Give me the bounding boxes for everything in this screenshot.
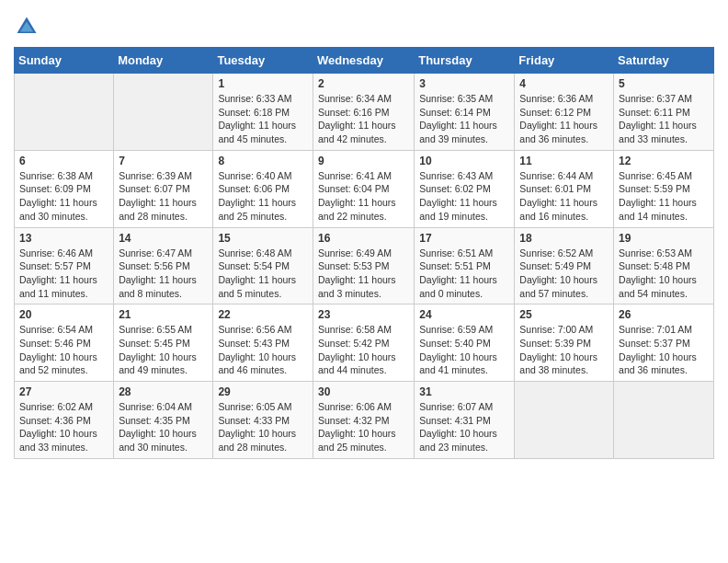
calendar-cell: 31Sunrise: 6:07 AMSunset: 4:31 PMDayligh…: [415, 382, 515, 459]
day-number: 4: [519, 77, 609, 90]
day-info: Sunrise: 6:34 AMSunset: 6:16 PMDaylight:…: [318, 92, 409, 146]
weekday-header: Sunday: [15, 48, 114, 74]
day-number: 25: [519, 308, 609, 321]
calendar-cell: 5Sunrise: 6:37 AMSunset: 6:11 PMDaylight…: [614, 74, 714, 151]
day-info: Sunrise: 7:01 AMSunset: 5:37 PMDaylight:…: [619, 323, 709, 377]
day-info: Sunrise: 6:45 AMSunset: 5:59 PMDaylight:…: [619, 169, 709, 224]
calendar-cell: 1Sunrise: 6:33 AMSunset: 6:18 PMDaylight…: [213, 74, 313, 151]
sunrise: Sunrise: 6:43 AM: [419, 170, 493, 181]
day-number: 20: [19, 308, 108, 321]
day-number: 14: [119, 232, 208, 245]
calendar-cell: 23Sunrise: 6:58 AMSunset: 5:42 PMDayligh…: [313, 304, 414, 382]
sunrise: Sunrise: 6:48 AM: [218, 247, 291, 259]
day-number: 21: [119, 308, 208, 321]
day-number: 10: [419, 155, 509, 167]
sunset: Sunset: 5:56 PM: [119, 260, 190, 271]
day-info: Sunrise: 6:43 AMSunset: 6:02 PMDaylight:…: [419, 169, 509, 224]
day-number: 28: [119, 385, 208, 398]
calendar-cell: 16Sunrise: 6:49 AMSunset: 5:53 PMDayligh…: [313, 227, 414, 304]
sunset: Sunset: 6:12 PM: [519, 107, 591, 118]
calendar-cell: 28Sunrise: 6:04 AMSunset: 4:35 PMDayligh…: [114, 382, 213, 459]
sunset: Sunset: 5:43 PM: [218, 338, 290, 349]
calendar-week-row: 20Sunrise: 6:54 AMSunset: 5:46 PMDayligh…: [15, 304, 714, 382]
calendar-cell: 19Sunrise: 6:53 AMSunset: 5:48 PMDayligh…: [614, 227, 714, 304]
day-info: Sunrise: 6:06 AMSunset: 4:32 PMDaylight:…: [318, 400, 409, 454]
sunrise: Sunrise: 6:04 AM: [119, 401, 192, 412]
daylight: Daylight: 11 hours and 0 minutes.: [419, 274, 497, 299]
sunrise: Sunrise: 6:45 AM: [619, 170, 692, 181]
daylight: Daylight: 11 hours and 39 minutes.: [419, 120, 497, 144]
calendar-cell: 26Sunrise: 7:01 AMSunset: 5:37 PMDayligh…: [614, 304, 714, 382]
calendar-cell: [114, 74, 213, 151]
daylight: Daylight: 11 hours and 45 minutes.: [218, 120, 296, 144]
sunrise: Sunrise: 6:38 AM: [19, 170, 93, 181]
sunset: Sunset: 6:16 PM: [318, 107, 390, 118]
day-info: Sunrise: 6:51 AMSunset: 5:51 PMDaylight:…: [419, 247, 509, 301]
sunset: Sunset: 5:59 PM: [619, 183, 690, 194]
sunrise: Sunrise: 6:07 AM: [419, 401, 493, 412]
calendar-cell: [15, 74, 114, 151]
calendar-cell: 7Sunrise: 6:39 AMSunset: 6:07 PMDaylight…: [114, 150, 213, 227]
sunset: Sunset: 5:49 PM: [519, 260, 591, 271]
day-number: 7: [119, 155, 208, 167]
weekday-header: Friday: [515, 48, 614, 74]
day-number: 1: [218, 77, 308, 90]
sunset: Sunset: 4:35 PM: [119, 415, 190, 426]
sunrise: Sunrise: 6:56 AM: [218, 324, 291, 335]
sunset: Sunset: 5:37 PM: [619, 338, 690, 349]
daylight: Daylight: 10 hours and 25 minutes.: [318, 428, 396, 453]
day-info: Sunrise: 6:49 AMSunset: 5:53 PMDaylight:…: [318, 247, 409, 301]
sunrise: Sunrise: 7:00 AM: [519, 324, 593, 335]
day-info: Sunrise: 7:00 AMSunset: 5:39 PMDaylight:…: [519, 323, 609, 377]
daylight: Daylight: 11 hours and 33 minutes.: [619, 120, 697, 144]
daylight: Daylight: 10 hours and 52 minutes.: [19, 351, 97, 376]
day-number: 24: [419, 308, 509, 321]
calendar-cell: 12Sunrise: 6:45 AMSunset: 5:59 PMDayligh…: [614, 150, 714, 227]
daylight: Daylight: 10 hours and 46 minutes.: [218, 351, 296, 376]
day-info: Sunrise: 6:36 AMSunset: 6:12 PMDaylight:…: [519, 92, 609, 146]
daylight: Daylight: 10 hours and 33 minutes.: [19, 428, 97, 453]
logo: [14, 14, 43, 40]
day-info: Sunrise: 6:53 AMSunset: 5:48 PMDaylight:…: [619, 247, 709, 301]
day-number: 5: [619, 77, 709, 90]
sunset: Sunset: 6:14 PM: [419, 107, 491, 118]
day-info: Sunrise: 6:37 AMSunset: 6:11 PMDaylight:…: [619, 92, 709, 146]
calendar-cell: [614, 382, 714, 459]
calendar-cell: 21Sunrise: 6:55 AMSunset: 5:45 PMDayligh…: [114, 304, 213, 382]
sunrise: Sunrise: 7:01 AM: [619, 324, 692, 335]
logo-icon: [14, 14, 40, 40]
sunset: Sunset: 6:07 PM: [119, 183, 190, 194]
day-info: Sunrise: 6:59 AMSunset: 5:40 PMDaylight:…: [419, 323, 509, 377]
calendar-cell: 24Sunrise: 6:59 AMSunset: 5:40 PMDayligh…: [415, 304, 515, 382]
sunrise: Sunrise: 6:06 AM: [318, 401, 392, 412]
daylight: Daylight: 10 hours and 23 minutes.: [419, 428, 497, 453]
sunrise: Sunrise: 6:47 AM: [119, 247, 192, 259]
calendar-cell: 29Sunrise: 6:05 AMSunset: 4:33 PMDayligh…: [213, 382, 313, 459]
sunset: Sunset: 5:46 PM: [19, 338, 91, 349]
day-info: Sunrise: 6:46 AMSunset: 5:57 PMDaylight:…: [19, 247, 108, 301]
sunset: Sunset: 5:54 PM: [218, 260, 290, 271]
weekday-header: Saturday: [614, 48, 714, 74]
header-row: SundayMondayTuesdayWednesdayThursdayFrid…: [15, 48, 714, 74]
day-number: 30: [318, 385, 409, 398]
calendar-cell: 22Sunrise: 6:56 AMSunset: 5:43 PMDayligh…: [213, 304, 313, 382]
daylight: Daylight: 10 hours and 54 minutes.: [619, 274, 697, 299]
daylight: Daylight: 10 hours and 41 minutes.: [419, 351, 497, 376]
day-info: Sunrise: 6:04 AMSunset: 4:35 PMDaylight:…: [119, 400, 208, 454]
calendar-table: SundayMondayTuesdayWednesdayThursdayFrid…: [14, 47, 714, 459]
calendar-cell: 10Sunrise: 6:43 AMSunset: 6:02 PMDayligh…: [415, 150, 515, 227]
daylight: Daylight: 10 hours and 36 minutes.: [619, 351, 697, 376]
calendar-cell: 2Sunrise: 6:34 AMSunset: 6:16 PMDaylight…: [313, 74, 414, 151]
calendar-cell: 3Sunrise: 6:35 AMSunset: 6:14 PMDaylight…: [415, 74, 515, 151]
daylight: Daylight: 10 hours and 44 minutes.: [318, 351, 396, 376]
daylight: Daylight: 11 hours and 3 minutes.: [318, 274, 396, 299]
sunrise: Sunrise: 6:02 AM: [19, 401, 93, 412]
daylight: Daylight: 11 hours and 42 minutes.: [318, 120, 396, 144]
daylight: Daylight: 11 hours and 11 minutes.: [19, 274, 97, 299]
sunrise: Sunrise: 6:41 AM: [318, 170, 392, 181]
sunset: Sunset: 5:48 PM: [619, 260, 690, 271]
sunrise: Sunrise: 6:55 AM: [119, 324, 192, 335]
calendar-cell: 11Sunrise: 6:44 AMSunset: 6:01 PMDayligh…: [515, 150, 614, 227]
daylight: Daylight: 10 hours and 30 minutes.: [119, 428, 197, 453]
sunrise: Sunrise: 6:58 AM: [318, 324, 392, 335]
